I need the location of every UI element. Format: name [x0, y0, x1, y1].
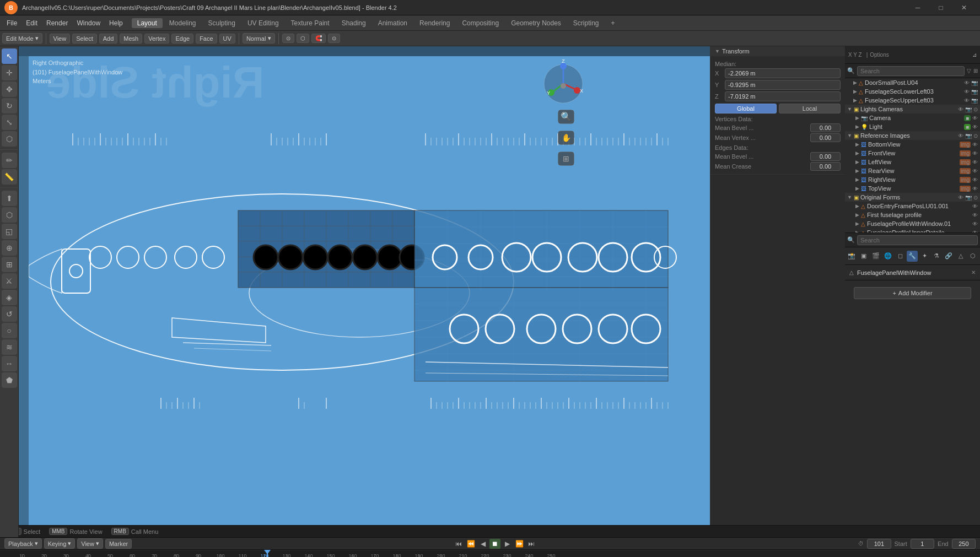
workspace-modeling[interactable]: Modeling [164, 18, 202, 28]
cam-1[interactable]: 📷 [971, 80, 978, 86]
cam-orig[interactable]: 📷 [965, 194, 972, 201]
tool-slide-relax[interactable]: ↔ [2, 356, 17, 371]
tool-randomize[interactable]: ≋ [2, 339, 17, 355]
outliner-item-camera[interactable]: ▶ 📷 Camera ■ 👁 [845, 113, 980, 122]
outliner-item-lights-cameras[interactable]: ▼ ▣ Lights Cameras 👁 📷 ⊙ [845, 105, 980, 113]
cam-lights[interactable]: 📷 [965, 106, 972, 112]
x-input[interactable]: -2.2069 m [725, 68, 841, 78]
playback-dropdown[interactable]: Playback ▾ [4, 538, 42, 549]
eye-camera[interactable]: 👁 [972, 115, 978, 121]
outliner-item-rightview[interactable]: ▶ 🖼 RightView img 👁 [845, 175, 980, 184]
outliner-options-icon[interactable]: ⊞ [973, 68, 978, 74]
tool-offset-edge[interactable]: ⊞ [2, 257, 17, 272]
outliner-item-doorsmallpost[interactable]: ▶ △ DoorSmallPost.U04 👁 📷 [845, 78, 980, 87]
outliner-item-topview[interactable]: ▶ 🖼 TopView img 👁 [845, 184, 980, 193]
prop-icon-modifier[interactable]: 🔧 [907, 251, 918, 262]
outliner-item-fuselagelower[interactable]: ▶ △ FuselageSecLowerLeft03 👁 📷 [845, 87, 980, 96]
outliner-item-firstfuselage[interactable]: ▶ △ First fuselage profile 👁 [845, 210, 980, 219]
outliner-item-fuselageprofileupper[interactable]: ▶ △ FuselageProfileUpperDetaile... 👁 [845, 228, 980, 232]
outliner-item-leftview[interactable]: ▶ 🖼 LeftView img 👁 [845, 158, 980, 166]
menu-render[interactable]: Render [42, 18, 72, 28]
add-modifier-button[interactable]: + Add Modifier [854, 287, 971, 299]
outliner-filter-icon[interactable]: ▽ [967, 68, 971, 74]
tool-select[interactable]: ↖ [2, 48, 17, 64]
tool-scale[interactable]: ⤡ [2, 115, 17, 130]
tool-poly-build[interactable]: ◈ [2, 290, 17, 305]
global-btn[interactable]: Global [715, 104, 777, 113]
prop-icon-render[interactable]: 📸 [846, 251, 857, 262]
prop-icon-physics[interactable]: ⚗ [931, 251, 942, 262]
eye-door[interactable]: 👁 [972, 203, 978, 209]
y-input[interactable]: -0.9295 m [725, 80, 841, 90]
toolbar-face[interactable]: Face [196, 34, 217, 44]
step-forward-button[interactable]: ⏩ [514, 539, 525, 549]
eye-top[interactable]: 👁 [972, 186, 978, 192]
workspace-animation[interactable]: Animation [373, 18, 413, 28]
toolbar-mesh[interactable]: Mesh [120, 34, 142, 44]
filter-icon[interactable]: ⊿ [972, 52, 977, 58]
workspace-compositing[interactable]: Compositing [456, 18, 504, 28]
modifier-object-options[interactable]: ✕ [971, 269, 976, 275]
prop-icon-particles[interactable]: ✦ [919, 251, 930, 262]
toolbar-vertex[interactable]: Vertex [144, 34, 169, 44]
workspace-layout[interactable]: Layout [132, 18, 163, 28]
prop-icon-world[interactable]: 🌐 [882, 251, 893, 262]
eye-1[interactable]: 👁 [964, 80, 970, 86]
mode-selector[interactable]: Edit Mode ▾ [2, 33, 42, 44]
toolbar-edge[interactable]: Edge [171, 34, 193, 44]
menu-help[interactable]: Help [105, 18, 127, 28]
toolbar-view[interactable]: View [50, 34, 71, 44]
workspace-sculpting[interactable]: Sculpting [203, 18, 241, 28]
cam-ref[interactable]: 📷 [965, 133, 972, 139]
menu-edit[interactable]: Edit [21, 18, 42, 28]
tool-smooth-vertex[interactable]: ○ [2, 323, 17, 338]
eye-fpu[interactable]: 👁 [972, 230, 978, 233]
eye-ref[interactable]: 👁 [958, 133, 963, 139]
workspace-texture-paint[interactable]: Texture Paint [286, 18, 335, 28]
mean-bevel-v-value[interactable]: 0.00 [810, 123, 841, 132]
tool-bevel[interactable]: ◱ [2, 224, 17, 239]
overlay-toggle[interactable]: ⊙ [282, 34, 294, 43]
tool-measure[interactable]: 📏 [2, 169, 17, 185]
proportional-toggle[interactable]: ⊙ [328, 34, 340, 43]
eye-fpw[interactable]: 👁 [972, 221, 978, 227]
viewport-shading-dropdown[interactable]: Normal ▾ [243, 33, 275, 44]
minimize-button[interactable]: ─ [906, 0, 929, 15]
render-orig[interactable]: ⊙ [973, 194, 978, 201]
eye-3[interactable]: 👁 [964, 98, 970, 104]
tool-transform[interactable]: ⬡ [2, 131, 17, 147]
outliner-item-rearview[interactable]: ▶ 🖼 RearView img 👁 [845, 166, 980, 175]
tool-cursor[interactable]: ✛ [2, 65, 17, 80]
tool-rotate[interactable]: ↻ [2, 98, 17, 113]
eye-front[interactable]: 👁 [972, 150, 978, 156]
stop-button[interactable]: ⏹ [489, 539, 500, 549]
close-button[interactable]: ✕ [952, 0, 976, 15]
current-frame-input[interactable]: 101 [867, 539, 891, 549]
outliner-item-reference-images[interactable]: ▼ ▣ Reference Images 👁 📷 ⊙ [845, 131, 980, 140]
prop-icon-constraints[interactable]: 🔗 [943, 251, 954, 262]
outliner-item-frontview[interactable]: ▶ 🖼 FrontView img 👁 [845, 149, 980, 158]
tool-extrude[interactable]: ⬆ [2, 191, 17, 206]
render-lights[interactable]: ⊙ [973, 106, 978, 112]
xray-toggle[interactable]: ⬡ [297, 34, 309, 43]
outliner-search-input[interactable] [857, 66, 965, 76]
toolbar-select[interactable]: Select [72, 34, 97, 44]
jump-end-button[interactable]: ⏭ [526, 539, 537, 549]
timeline-ruler-strip[interactable]: 10 20 30 40 50 60 70 80 90 100 110 120 1… [0, 550, 980, 557]
outliner-item-fuselageprofilewindow[interactable]: ▶ △ FuselageProfileWithWindow.01 👁 [845, 219, 980, 228]
eye-bottom[interactable]: 👁 [972, 142, 978, 148]
viewport[interactable]: /*ruler ticks*/ Right Side Right Orthogr… [19, 46, 710, 525]
outliner-item-fuselageupper[interactable]: ▶ △ FuselageSecUpperLeft03 👁 📷 [845, 96, 980, 105]
marker-dropdown[interactable]: Marker [105, 539, 132, 549]
eye-orig[interactable]: 👁 [958, 194, 963, 201]
tool-move[interactable]: ✥ [2, 82, 17, 97]
local-btn[interactable]: Local [779, 104, 841, 113]
cam-3[interactable]: 📷 [971, 98, 978, 104]
maximize-button[interactable]: □ [929, 0, 952, 15]
eye-2[interactable]: 👁 [964, 89, 970, 95]
render-ref[interactable]: ⊙ [973, 133, 978, 139]
outliner-item-bottomview[interactable]: ▶ 🖼 BottomView img 👁 [845, 140, 980, 149]
tool-spin[interactable]: ↺ [2, 306, 17, 322]
step-back-button[interactable]: ⏪ [465, 539, 476, 549]
start-frame-input[interactable]: 1 [911, 539, 934, 549]
